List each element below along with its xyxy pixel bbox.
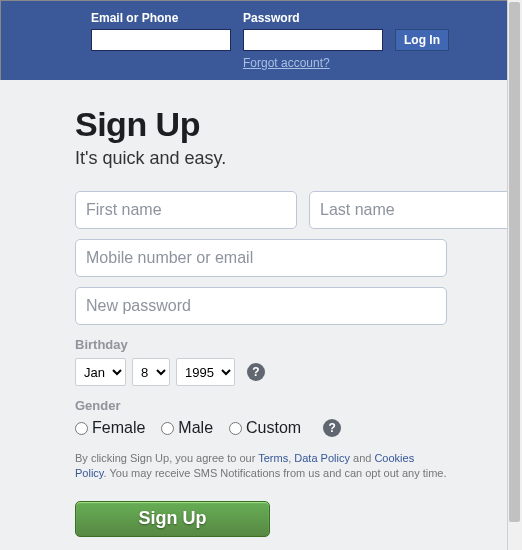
scrollbar-thumb[interactable] [509,2,520,522]
gender-female-text: Female [92,419,145,437]
disclaimer-post: . You may receive SMS Notifications from… [104,467,447,479]
signup-heading: Sign Up [75,105,447,144]
signup-button[interactable]: Sign Up [75,501,270,537]
birthday-help-icon[interactable]: ? [247,363,265,381]
signup-panel: Sign Up It's quick and easy. Birthday Ja… [0,80,522,537]
login-password-group: Password Forgot account? [243,11,383,70]
gender-label: Gender [75,398,447,413]
email-label: Email or Phone [91,11,231,25]
birth-day-select[interactable]: 8 [132,358,170,386]
password-label: Password [243,11,383,25]
birth-year-select[interactable]: 1995 [176,358,235,386]
disclaimer-pre: By clicking Sign Up, you agree to our [75,452,258,464]
gender-male-text: Male [178,419,213,437]
login-bar: Email or Phone Password Forgot account? … [0,0,522,80]
birthday-label: Birthday [75,337,447,352]
forgot-account-link[interactable]: Forgot account? [243,56,383,70]
gender-male-option[interactable]: Male [161,419,213,437]
login-email-group: Email or Phone [91,11,231,51]
new-password-input[interactable] [75,287,447,325]
email-input[interactable] [91,29,231,51]
gender-custom-option[interactable]: Custom [229,419,301,437]
gender-custom-radio[interactable] [229,422,242,435]
data-policy-link[interactable]: Data Policy [294,452,350,464]
terms-link[interactable]: Terms [258,452,288,464]
terms-disclaimer: By clicking Sign Up, you agree to our Te… [75,451,447,481]
last-name-input[interactable] [309,191,522,229]
gender-male-radio[interactable] [161,422,174,435]
birthday-row: Jan 8 1995 ? [75,358,447,386]
contact-input[interactable] [75,239,447,277]
signup-subheading: It's quick and easy. [75,148,447,169]
first-name-input[interactable] [75,191,297,229]
vertical-scrollbar[interactable] [507,0,522,550]
birth-month-select[interactable]: Jan [75,358,126,386]
gender-row: Female Male Custom ? [75,419,447,437]
login-button[interactable]: Log In [395,29,449,51]
gender-help-icon[interactable]: ? [323,419,341,437]
gender-custom-text: Custom [246,419,301,437]
gender-female-option[interactable]: Female [75,419,145,437]
gender-female-radio[interactable] [75,422,88,435]
password-input[interactable] [243,29,383,51]
